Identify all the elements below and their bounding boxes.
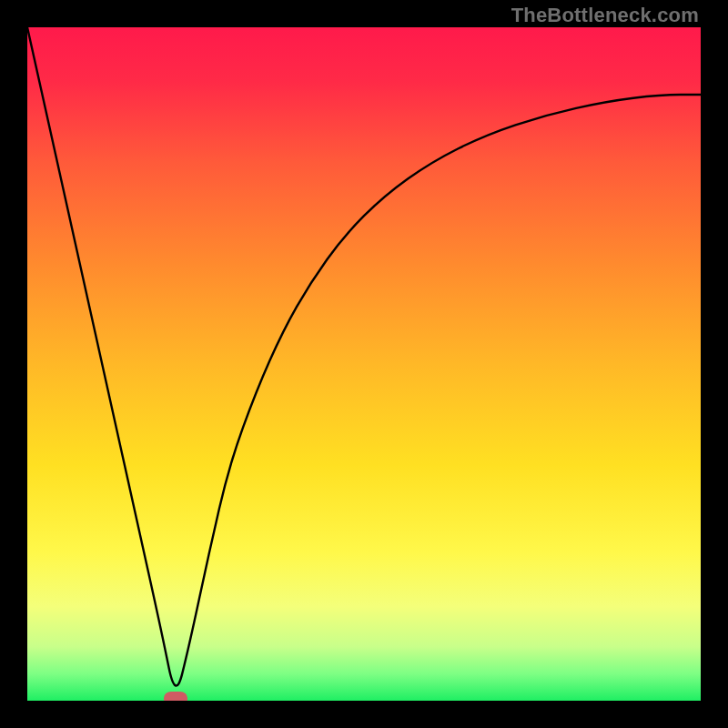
plot-area	[27, 27, 701, 701]
bottleneck-curve	[27, 27, 701, 701]
watermark-text: TheBottleneck.com	[511, 4, 699, 27]
minimum-marker	[164, 692, 187, 701]
chart-frame: TheBottleneck.com	[0, 0, 728, 728]
